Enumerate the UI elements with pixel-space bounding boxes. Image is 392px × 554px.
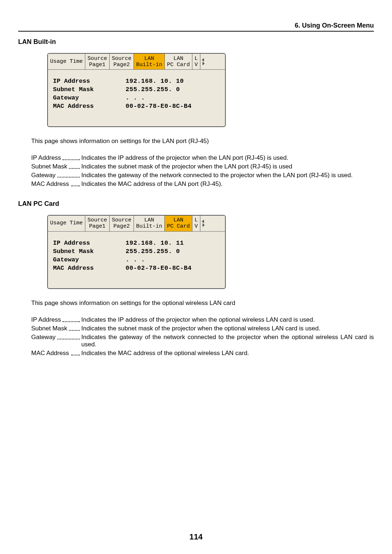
tab-usage-time[interactable]: Usage Time: [48, 216, 85, 231]
def-term: MAC Address: [31, 350, 81, 357]
osd-label: MAC Address: [53, 103, 126, 110]
section-title-lan-pccard: LAN PC Card: [18, 200, 374, 208]
section-desc: This page shows information on settings …: [31, 299, 374, 307]
def-def: Indicates the IP address of the projecto…: [81, 316, 374, 323]
def-def: Indicates the gateway of the network con…: [81, 172, 374, 179]
osd-value: 192.168. 10. 11: [126, 240, 220, 247]
tab-lan-pccard[interactable]: LANPC Card: [165, 54, 192, 69]
osd-value: 255.255.255. 0: [126, 248, 220, 255]
osd-body: IP Address 192.168. 10. 10 Subnet Mask 2…: [48, 70, 225, 126]
tab-more[interactable]: LV: [192, 54, 200, 69]
tab-scroll-arrows[interactable]: [200, 216, 206, 231]
tab-lan-builtin[interactable]: LANBuilt-in: [134, 54, 165, 69]
def-list-pccard: IP Address Indicates the IP address of t…: [31, 316, 374, 357]
page-header: 6. Using On-Screen Menu: [18, 22, 374, 32]
osd-label: IP Address: [53, 78, 126, 85]
osd-row-ip: IP Address 192.168. 10. 11: [53, 240, 220, 247]
def-row: Subnet Mask Indicates the subnet mask of…: [31, 163, 374, 170]
osd-window-lan-builtin: Usage Time SourcePage1 SourcePage2 LANBu…: [47, 53, 226, 127]
tab-more[interactable]: LV: [192, 216, 200, 231]
def-term: MAC Address: [31, 180, 81, 188]
osd-label: Gateway: [53, 94, 126, 101]
def-row: IP Address Indicates the IP address of t…: [31, 154, 374, 162]
def-def: Indicates the subnet mask of the project…: [81, 163, 374, 170]
osd-label: MAC Address: [53, 265, 126, 272]
osd-value: 255.255.255. 0: [126, 86, 220, 93]
def-def: Indicates the IP address of the projecto…: [81, 154, 374, 162]
osd-window-lan-pccard: Usage Time SourcePage1 SourcePage2 LANBu…: [47, 215, 226, 289]
osd-row-ip: IP Address 192.168. 10. 10: [53, 78, 220, 85]
osd-label: Subnet Mask: [53, 86, 126, 93]
arrow-left-icon: [202, 58, 204, 62]
osd-label: Gateway: [53, 256, 126, 263]
def-row: Subnet Mask Indicates the subnet mask of…: [31, 325, 374, 332]
osd-row-subnet: Subnet Mask 255.255.255. 0: [53, 248, 220, 255]
osd-label: Subnet Mask: [53, 248, 126, 255]
osd-body: IP Address 192.168. 10. 11 Subnet Mask 2…: [48, 232, 225, 288]
tab-lan-pccard[interactable]: LANPC Card: [165, 216, 192, 231]
def-row: Gateway Indicates the gateway of the net…: [31, 172, 374, 179]
def-term: Subnet Mask: [31, 325, 81, 332]
def-def: Indicates the MAC address of the optiona…: [81, 350, 374, 357]
def-def: Indicates the gateway of the network con…: [81, 334, 374, 348]
osd-row-mac: MAC Address 00-02-78-E0-8C-B4: [53, 265, 220, 272]
def-row: Gateway Indicates the gateway of the net…: [31, 334, 374, 348]
tab-lan-builtin[interactable]: LANBuilt-in: [134, 216, 165, 231]
osd-tab-row: Usage Time SourcePage1 SourcePage2 LANBu…: [48, 54, 225, 70]
def-term: Gateway: [31, 334, 81, 341]
tab-source-page2[interactable]: SourcePage2: [110, 216, 134, 231]
section-title-lan-builtin: LAN Built-in: [18, 38, 374, 46]
osd-value: . . .: [126, 256, 220, 263]
arrow-right-icon: [203, 223, 205, 227]
def-def: Indicates the subnet mask of the project…: [81, 325, 374, 332]
def-list-builtin: IP Address Indicates the IP address of t…: [31, 154, 374, 188]
osd-row-subnet: Subnet Mask 255.255.255. 0: [53, 86, 220, 93]
arrow-right-icon: [203, 62, 205, 65]
tab-source-page1[interactable]: SourcePage1: [85, 54, 110, 69]
osd-row-gateway: Gateway . . .: [53, 256, 220, 263]
def-row: MAC Address Indicates the MAC address of…: [31, 350, 374, 357]
def-term: Subnet Mask: [31, 163, 81, 170]
osd-label: IP Address: [53, 240, 126, 247]
arrow-left-icon: [202, 220, 204, 223]
osd-row-gateway: Gateway . . .: [53, 94, 220, 101]
osd-value: 00-02-78-E0-8C-B4: [126, 265, 220, 272]
def-row: MAC Address Indicates the MAC address of…: [31, 180, 374, 188]
def-def: Indicates the MAC address of the LAN por…: [81, 180, 374, 188]
osd-tab-row: Usage Time SourcePage1 SourcePage2 LANBu…: [48, 216, 225, 232]
osd-value: 192.168. 10. 10: [126, 78, 220, 85]
tab-source-page1[interactable]: SourcePage1: [85, 216, 110, 231]
def-term: IP Address: [31, 316, 81, 323]
def-row: IP Address Indicates the IP address of t…: [31, 316, 374, 323]
osd-row-mac: MAC Address 00-02-78-E0-8C-B4: [53, 103, 220, 110]
tab-usage-time[interactable]: Usage Time: [48, 54, 85, 69]
def-term: IP Address: [31, 154, 81, 162]
def-term: Gateway: [31, 172, 81, 179]
tab-scroll-arrows[interactable]: [200, 54, 206, 69]
tab-source-page2[interactable]: SourcePage2: [110, 54, 134, 69]
osd-value: 00-02-78-E0-8C-B4: [126, 103, 220, 110]
page-number: 114: [0, 532, 392, 542]
section-desc: This page shows information on settings …: [31, 137, 374, 146]
osd-value: . . .: [126, 94, 220, 101]
